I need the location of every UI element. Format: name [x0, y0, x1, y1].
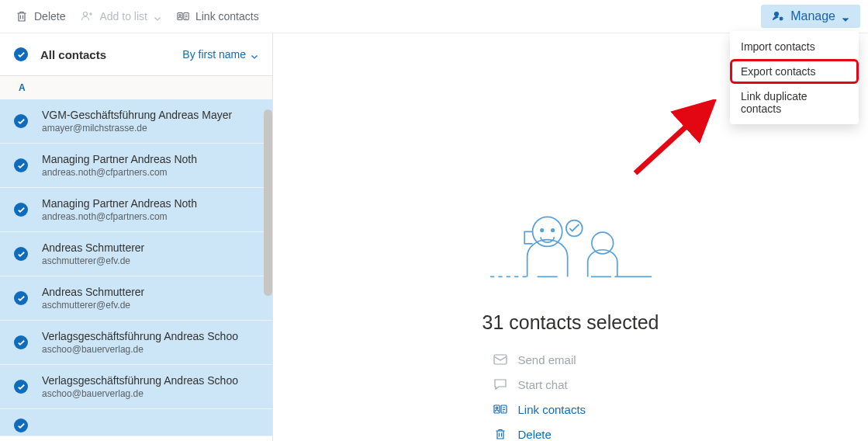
link-contacts-icon [177, 10, 189, 23]
trash-icon [493, 427, 507, 441]
check-icon[interactable] [14, 291, 28, 305]
scrollbar-thumb[interactable] [264, 109, 272, 296]
contact-row[interactable]: Andreas Schmutterer aschmutterer@efv.de [0, 232, 272, 276]
contact-name: VGM-Geschäftsführung Andreas Mayer [42, 109, 232, 121]
contact-name: Andreas Schmutterer [42, 241, 144, 254]
contact-name: Verlagsgeschäftsführung Andreas Schoo [42, 330, 238, 342]
delete-action-label: Delete [518, 428, 552, 441]
check-icon[interactable] [14, 203, 28, 217]
sidebar-header: All contacts By first name [0, 33, 272, 76]
contact-name: Managing Partner Andreas Noth [42, 153, 197, 165]
svg-rect-15 [494, 355, 507, 364]
svg-point-0 [84, 12, 88, 16]
chevron-down-icon [154, 12, 161, 20]
delete-button[interactable]: Delete [8, 5, 73, 27]
trash-icon [16, 10, 28, 23]
link-contacts-label: Link contacts [195, 10, 259, 23]
contacts-illustration [478, 208, 664, 279]
svg-point-4 [775, 12, 779, 16]
contact-email: aschoo@bauerverlag.de [42, 388, 238, 399]
selection-title: 31 contacts selected [482, 311, 659, 334]
sort-label: By first name [182, 48, 246, 61]
toolbar: Delete Add to list Link contacts Manage … [0, 0, 868, 33]
check-icon[interactable] [14, 114, 28, 128]
check-icon[interactable] [14, 335, 28, 349]
contact-list[interactable]: VGM-Geschäftsführung Andreas Mayer amaye… [0, 99, 272, 441]
manage-icon [772, 10, 784, 23]
check-icon[interactable] [14, 380, 28, 394]
start-chat-label: Start chat [518, 378, 568, 391]
contact-email: aschoo@bauerverlag.de [42, 344, 238, 355]
mail-icon [493, 352, 507, 366]
contact-email: aschmutterer@efv.de [42, 300, 144, 311]
link-contacts-toolbar-button[interactable]: Link contacts [169, 5, 267, 27]
contact-sidebar: All contacts By first name A VGM-Geschäf… [0, 33, 273, 441]
svg-point-10 [551, 229, 553, 231]
svg-point-3 [179, 15, 181, 16]
sidebar-title: All contacts [40, 48, 106, 61]
actions-list: Send email Start chat Link contacts Dele… [493, 352, 648, 441]
link-contacts-action[interactable]: Link contacts [493, 402, 648, 416]
svg-point-18 [496, 407, 498, 409]
import-contacts-item[interactable]: Import contacts [730, 34, 859, 59]
svg-point-12 [591, 232, 613, 254]
section-letter: A [0, 76, 272, 99]
contact-email: aschmutterer@efv.de [42, 255, 144, 266]
contact-name: Andreas Schmutterer [42, 286, 144, 298]
svg-point-9 [541, 229, 543, 231]
contact-email: andreas.noth@cfpartners.com [42, 167, 197, 178]
chevron-down-icon [842, 12, 849, 20]
manage-label: Manage [790, 9, 835, 23]
manage-button[interactable]: Manage [761, 5, 860, 28]
contact-row[interactable]: Verlagsgeschäftsführung Andreas Schoo as… [0, 321, 272, 365]
add-to-list-button: Add to list [73, 5, 168, 27]
select-all-check-icon[interactable] [14, 47, 28, 61]
sort-button[interactable]: By first name [182, 48, 258, 61]
manage-dropdown: Import contacts Export contacts Link dup… [730, 31, 859, 124]
contact-row[interactable]: Managing Partner Andreas Noth andreas.no… [0, 188, 272, 232]
contact-row[interactable]: Verlagsgeschäftsführung Andreas Schoo as… [0, 365, 272, 409]
send-email-action[interactable]: Send email [493, 352, 648, 366]
check-icon[interactable] [14, 418, 28, 432]
add-to-list-label: Add to list [99, 10, 147, 23]
delete-action[interactable]: Delete [493, 427, 648, 441]
contact-name: Managing Partner Andreas Noth [42, 197, 197, 210]
chevron-down-icon [251, 50, 258, 58]
contact-row[interactable]: VGM-Geschäftsführung Andreas Mayer amaye… [0, 99, 272, 144]
link-contacts-action-label: Link contacts [518, 403, 586, 416]
contact-email: andreas.noth@cfpartners.com [42, 211, 197, 222]
contact-email: amayer@milchstrasse.de [42, 123, 232, 134]
check-icon[interactable] [14, 247, 28, 261]
check-icon[interactable] [14, 158, 28, 172]
contact-row[interactable]: Andreas Schmutterer aschmutterer@efv.de [0, 276, 272, 321]
contact-row[interactable] [0, 409, 272, 436]
person-add-icon [81, 10, 93, 23]
start-chat-action[interactable]: Start chat [493, 377, 648, 391]
export-contacts-item[interactable]: Export contacts [730, 59, 859, 84]
contact-row[interactable]: Managing Partner Andreas Noth andreas.no… [0, 144, 272, 188]
link-contacts-icon [493, 402, 507, 416]
annotation-arrow-icon [631, 99, 717, 177]
svg-point-5 [780, 18, 783, 20]
send-email-label: Send email [518, 353, 576, 366]
svg-line-20 [635, 106, 709, 173]
link-duplicate-contacts-item[interactable]: Link duplicate contacts [730, 84, 859, 121]
delete-label: Delete [34, 10, 65, 23]
chat-icon [493, 377, 507, 391]
contact-name: Verlagsgeschäftsführung Andreas Schoo [42, 374, 238, 387]
